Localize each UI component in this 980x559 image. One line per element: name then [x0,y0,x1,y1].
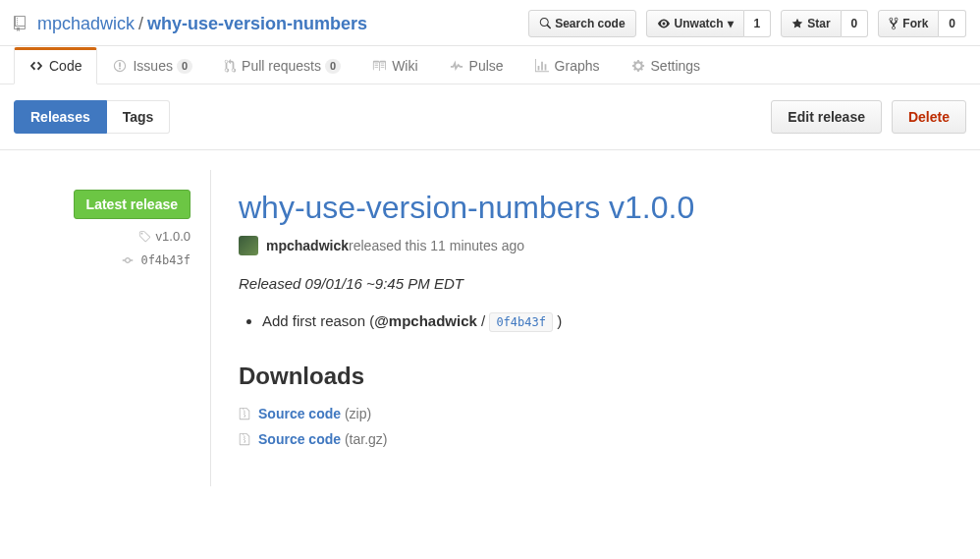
repo-path: mpchadwick / why-use-version-numbers [14,14,528,34]
owner-link[interactable]: mpchadwick [37,14,135,34]
fork-count[interactable]: 0 [939,10,966,37]
note-suffix: ) [553,312,562,329]
tab-settings[interactable]: Settings [616,47,717,84]
tag-icon [138,230,150,244]
commit-icon [121,254,135,266]
author-link[interactable]: mpchadwick [266,238,349,253]
releases-subnav: Releases Tags Edit release Delete [0,84,980,149]
issues-icon [113,59,127,73]
tab-pulse-label: Pulse [469,58,504,74]
header-actions: Search code Unwatch ▾ 1 Star 0 [528,10,966,37]
download-zip[interactable]: Source code (zip) [239,406,966,421]
fork-button[interactable]: Fork [878,10,939,37]
search-icon [539,18,551,29]
tab-graphs[interactable]: Graphs [519,47,616,84]
released-time: released this 11 minutes ago [349,238,524,253]
file-zip-icon [239,432,250,446]
book-icon [372,59,386,73]
tab-pull-requests[interactable]: Pull requests 0 [208,47,356,84]
tab-code-label: Code [49,58,82,74]
download-ext: (tar.gz) [341,431,387,447]
tab-pulse[interactable]: Pulse [434,47,519,84]
tab-issues-label: Issues [133,58,172,74]
chevron-down-icon: ▾ [728,14,734,33]
page-container: mpchadwick / why-use-version-numbers Sea… [0,0,980,526]
release-meta: Latest release v1.0.0 0f4b43f [14,170,210,486]
star-group: Star 0 [781,10,868,37]
mention-link[interactable]: @mpchadwick [374,312,477,329]
delete-release-button[interactable]: Delete [892,100,966,134]
tab-code[interactable]: Code [14,47,97,84]
search-label: Search code [555,14,625,33]
unwatch-label: Unwatch [675,14,724,33]
release-body: why-use-version-numbers v1.0.0 mpchadwic… [210,170,966,486]
repo-icon [14,16,29,31]
gear-icon [631,59,645,73]
tab-graphs-label: Graphs [555,58,600,74]
tab-issues[interactable]: Issues 0 [97,47,208,84]
path-separator: / [138,14,143,34]
releases-tab[interactable]: Releases [14,100,107,134]
release-actions: Edit release Delete [771,100,966,134]
note-sep: / [477,312,490,329]
tab-wiki-label: Wiki [392,58,417,74]
fork-icon [889,17,898,30]
release-subtitle: Released 09/01/16 ~9:45 PM EDT [239,275,966,292]
release-container: Latest release v1.0.0 0f4b43f why-use-ve… [0,150,980,526]
pulse-icon [450,59,463,73]
edit-release-button[interactable]: Edit release [771,100,882,134]
repo-tabs: Code Issues 0 Pull requests 0 Wiki Pulse… [0,46,980,84]
fork-label: Fork [902,14,928,33]
download-targz[interactable]: Source code (tar.gz) [239,431,966,447]
tags-tab[interactable]: Tags [107,100,171,134]
commit-link[interactable]: 0f4b43f [489,312,553,332]
repo-header: mpchadwick / why-use-version-numbers Sea… [0,0,980,46]
note-prefix: Add first reason ( [262,312,374,329]
release-author: mpchadwick released this 11 minutes ago [239,236,966,255]
star-count[interactable]: 0 [842,10,869,37]
tab-wiki[interactable]: Wiki [356,47,433,84]
code-icon [29,59,43,73]
repo-link[interactable]: why-use-version-numbers [147,14,367,34]
subnav-tabs: Releases Tags [14,100,170,134]
fork-group: Fork 0 [878,10,966,37]
download-ext: (zip) [341,406,371,421]
star-label: Star [807,14,830,33]
tab-pulls-label: Pull requests [242,58,321,74]
watch-group: Unwatch ▾ 1 [646,10,772,37]
watch-count[interactable]: 1 [744,10,772,37]
downloads-heading: Downloads [239,363,966,390]
download-zip-link[interactable]: Source code (zip) [258,406,371,421]
release-tag[interactable]: v1.0.0 [14,229,191,244]
latest-release-badge: Latest release [74,190,191,219]
unwatch-button[interactable]: Unwatch ▾ [646,10,744,37]
search-code-button[interactable]: Search code [528,10,635,37]
commit-sha: 0f4b43f [140,253,191,267]
issues-count: 0 [177,59,192,74]
file-zip-icon [239,407,250,420]
avatar[interactable] [239,236,258,255]
eye-icon [657,18,671,29]
star-button[interactable]: Star [781,10,841,37]
pulls-count: 0 [325,59,341,74]
release-note-item: Add first reason (@mpchadwick / 0f4b43f … [262,309,966,333]
release-commit[interactable]: 0f4b43f [14,253,191,267]
release-notes-list: Add first reason (@mpchadwick / 0f4b43f … [262,309,966,333]
star-icon [791,18,803,29]
release-title[interactable]: why-use-version-numbers v1.0.0 [239,190,966,226]
pull-request-icon [224,59,236,73]
tab-settings-label: Settings [651,58,701,74]
tag-text: v1.0.0 [156,229,191,244]
graph-icon [535,59,549,73]
download-targz-link[interactable]: Source code (tar.gz) [258,431,388,447]
